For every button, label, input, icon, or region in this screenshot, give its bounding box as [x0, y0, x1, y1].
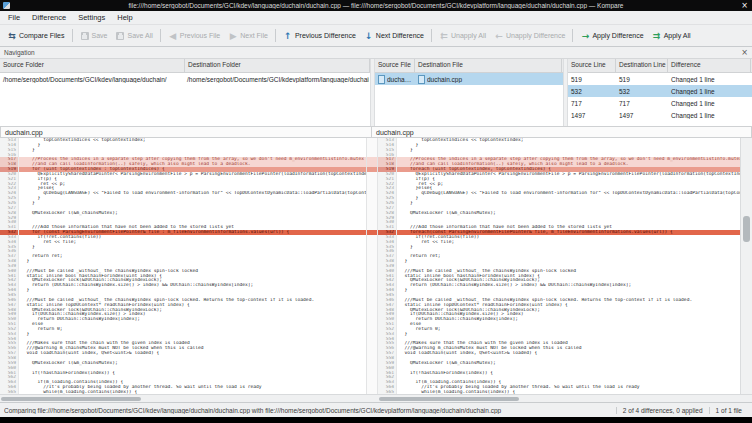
menu-settings[interactable]: Settings — [72, 13, 111, 22]
navigation-dock-titlebar: Navigation × — [0, 47, 752, 59]
vertical-scrollbar-thumb[interactable] — [743, 216, 750, 242]
source-pane-title-label: duchain.cpp — [5, 129, 43, 136]
source-folder: /home/sergobot/Documents/GCI/kdev/langua… — [0, 76, 184, 83]
difference-row[interactable]: 532532Changed 1 line — [568, 85, 752, 97]
toolbar-separator — [275, 29, 276, 42]
destination-pane-title: duchain.cpp — [372, 126, 752, 138]
destination-line: 1497 — [616, 112, 668, 119]
destination-pane-code: 513 topContextIndices << topContextIndex… — [378, 138, 740, 394]
status-bar: Comparing file:///home/sergobot/Document… — [0, 402, 752, 417]
source-line-header[interactable]: Source Line — [568, 59, 616, 72]
previous-file-button[interactable]: ◀Previous File — [164, 29, 224, 43]
source-line: 1497 — [568, 112, 616, 119]
destination-line: 532 — [616, 88, 668, 95]
source-folder-header[interactable]: Source Folder — [0, 59, 185, 72]
difference-label: Changed 1 line — [668, 112, 751, 119]
difference-label: Changed 1 line — [668, 76, 751, 83]
navigation-panel: Source FolderDestination Folder/home/ser… — [0, 59, 752, 126]
source-pane-title: duchain.cpp — [0, 126, 372, 138]
next-file-button[interactable]: ▶Next File — [224, 29, 272, 43]
window-close-icon[interactable]: × — [741, 0, 748, 11]
apply-all-button[interactable]: ⇉Apply All — [648, 29, 695, 43]
compare-files-icon: ⇆ — [7, 31, 17, 41]
next-difference-icon: ↓ — [364, 31, 374, 41]
file-icon — [418, 75, 425, 84]
previous-difference-icon: ↑ — [283, 31, 293, 41]
window-title: file:///home/sergobot/Documents/GCI/kdev… — [128, 2, 623, 9]
destination-file: duchain.cpp — [415, 75, 562, 84]
unapply-difference-button[interactable]: ←Unapply Difference — [490, 29, 569, 43]
toolbar-separator — [431, 29, 432, 42]
next-file-icon: ▶ — [228, 31, 238, 41]
menu-bar: FileDifferenceSettingsHelp — [0, 11, 752, 25]
source-horizontal-scrollbar[interactable] — [0, 395, 366, 402]
source-file-header[interactable]: Source File — [375, 59, 415, 72]
source-line: 717 — [568, 100, 616, 107]
source-horizontal-scrollbar-thumb[interactable] — [1, 397, 141, 401]
horizontal-scrollbars — [0, 394, 752, 402]
toolbar-separator — [72, 29, 73, 42]
toolbar-separator — [572, 29, 573, 42]
nav-files: Source FileDestination Fileduchain.cppdu… — [375, 59, 563, 126]
menu-file[interactable]: File — [2, 13, 26, 22]
nav-folders: Source FolderDestination Folder/home/ser… — [0, 59, 370, 126]
difference-row[interactable]: 519519Changed 1 line — [568, 73, 752, 85]
app-icon — [3, 2, 10, 9]
scrollbar-corner — [740, 395, 752, 402]
diff-pane-headers: duchain.cpp duchain.cpp — [0, 126, 752, 138]
source-pane-code: 513 topContextIndices << topContextIndex… — [0, 138, 366, 394]
toolbar: ⇆Compare FilesSaveSave All◀Previous File… — [0, 25, 752, 47]
destination-line: 717 — [616, 100, 668, 107]
unapply-difference-icon: ← — [494, 31, 504, 41]
save-all-icon — [115, 31, 125, 41]
diff-connector — [366, 138, 378, 394]
kompare-window: file:///home/sergobot/Documents/GCI/kdev… — [0, 0, 752, 423]
source-line: 532 — [568, 88, 616, 95]
file-icon — [378, 75, 385, 84]
difference-row[interactable]: 14971497Changed 1 line — [568, 109, 752, 121]
toolbar-separator — [160, 29, 161, 42]
apply-difference-button[interactable]: →Apply Difference — [576, 29, 647, 43]
apply-difference-icon: → — [580, 31, 590, 41]
unapply-all-icon: ⇇ — [439, 31, 449, 41]
status-message: Comparing file:///home/sergobot/Document… — [4, 407, 616, 414]
destination-horizontal-scrollbar[interactable] — [378, 395, 740, 402]
difference-connector — [367, 167, 377, 172]
destination-horizontal-scrollbar-thumb[interactable] — [379, 397, 519, 401]
folder-row[interactable]: /home/sergobot/Documents/GCI/kdev/langua… — [0, 73, 370, 85]
difference-row[interactable]: 717717Changed 1 line — [568, 97, 752, 109]
diff-view: 513 topContextIndices << topContextIndex… — [0, 138, 752, 394]
difference-label: Changed 1 line — [668, 100, 751, 107]
navigation-close-icon[interactable]: × — [741, 48, 748, 57]
difference-connector — [367, 230, 377, 235]
destination-line-header[interactable]: Destination Line — [616, 59, 668, 72]
destination-folder: /home/sergobot/Documents/GCI/kdevplatfor… — [184, 76, 369, 83]
menu-difference[interactable]: Difference — [26, 13, 72, 22]
save-all-button[interactable]: Save All — [111, 29, 156, 43]
previous-difference-button[interactable]: ↑Previous Difference — [279, 29, 360, 43]
save-icon — [80, 31, 90, 41]
destination-folder-header[interactable]: Destination Folder — [185, 59, 370, 72]
save-button[interactable]: Save — [76, 29, 112, 43]
difference-header[interactable]: Difference — [668, 59, 751, 72]
window-titlebar: file:///home/sergobot/Documents/GCI/kdev… — [0, 0, 752, 11]
difference-label: Changed 1 line — [668, 88, 751, 95]
file-row[interactable]: duchain.cppduchain.cpp — [375, 73, 563, 85]
unapply-all-button[interactable]: ⇇Unapply All — [435, 29, 490, 43]
apply-all-icon: ⇉ — [652, 31, 662, 41]
status-differences: 2 of 4 differences, 0 applied — [616, 407, 709, 414]
compare-files-button[interactable]: ⇆Compare Files — [3, 29, 69, 43]
scrollbar-gap — [366, 395, 378, 402]
menu-help[interactable]: Help — [111, 13, 138, 22]
source-file: duchain.cpp — [375, 75, 415, 84]
destination-pane-title-label: duchain.cpp — [376, 129, 414, 136]
source-line: 519 — [568, 76, 616, 83]
destination-file-header[interactable]: Destination File — [415, 59, 562, 72]
status-files: 1 of 1 file — [709, 407, 748, 414]
nav-lines: Source LineDestination LineDifference519… — [568, 59, 752, 126]
navigation-dock-title: Navigation — [4, 49, 35, 56]
destination-line: 519 — [616, 76, 668, 83]
next-difference-button[interactable]: ↓Next Difference — [360, 29, 428, 43]
previous-file-icon: ◀ — [168, 31, 178, 41]
vertical-scrollbar[interactable] — [740, 138, 752, 394]
